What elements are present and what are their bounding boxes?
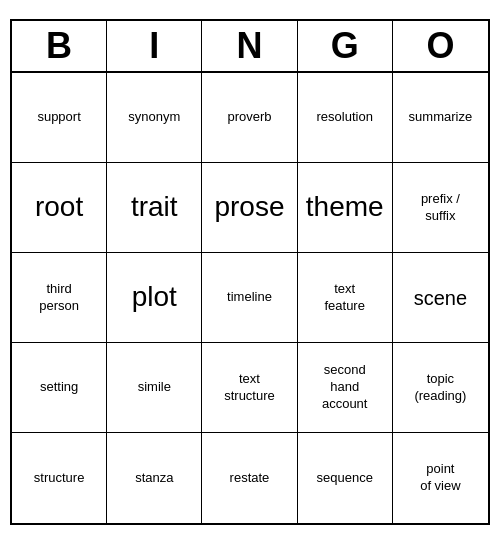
bingo-cell: setting xyxy=(12,343,107,433)
bingo-header: BINGO xyxy=(12,21,488,73)
bingo-cell: text feature xyxy=(298,253,393,343)
bingo-card: BINGO supportsynonymproverbresolutionsum… xyxy=(10,19,490,525)
bingo-cell: trait xyxy=(107,163,202,253)
bingo-cell: third person xyxy=(12,253,107,343)
bingo-cell: second hand account xyxy=(298,343,393,433)
bingo-grid: supportsynonymproverbresolutionsummarize… xyxy=(12,73,488,523)
bingo-cell: synonym xyxy=(107,73,202,163)
bingo-cell: root xyxy=(12,163,107,253)
bingo-cell: support xyxy=(12,73,107,163)
bingo-cell: restate xyxy=(202,433,297,523)
header-letter: B xyxy=(12,21,107,71)
bingo-cell: sequence xyxy=(298,433,393,523)
bingo-cell: simile xyxy=(107,343,202,433)
bingo-cell: topic (reading) xyxy=(393,343,488,433)
bingo-cell: timeline xyxy=(202,253,297,343)
bingo-cell: text structure xyxy=(202,343,297,433)
bingo-cell: point of view xyxy=(393,433,488,523)
header-letter: I xyxy=(107,21,202,71)
header-letter: G xyxy=(298,21,393,71)
header-letter: O xyxy=(393,21,488,71)
bingo-cell: scene xyxy=(393,253,488,343)
bingo-cell: summarize xyxy=(393,73,488,163)
bingo-cell: prefix / suffix xyxy=(393,163,488,253)
bingo-cell: theme xyxy=(298,163,393,253)
bingo-cell: stanza xyxy=(107,433,202,523)
bingo-cell: resolution xyxy=(298,73,393,163)
bingo-cell: structure xyxy=(12,433,107,523)
bingo-cell: proverb xyxy=(202,73,297,163)
bingo-cell: plot xyxy=(107,253,202,343)
bingo-cell: prose xyxy=(202,163,297,253)
header-letter: N xyxy=(202,21,297,71)
